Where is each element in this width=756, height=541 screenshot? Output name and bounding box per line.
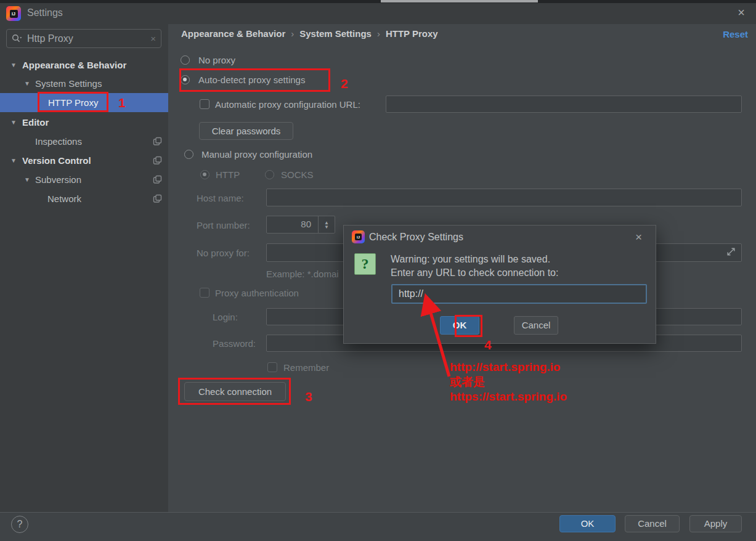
annotation-note-line2: 或者是 [450, 375, 567, 389]
breadcrumb-system-settings[interactable]: System Settings [299, 28, 372, 39]
expand-arrow-icon[interactable]: ▼ [10, 55, 17, 75]
sidebar-item-label: Editor [22, 113, 49, 132]
manual-proxy-radio[interactable] [184, 150, 193, 159]
annotation-note-line1: http://start.spring.io [450, 360, 567, 375]
sidebar-item-http-proxy[interactable]: HTTP Proxy [0, 93, 168, 112]
auto-config-url-label[interactable]: Automatic proxy configuration URL: [215, 99, 360, 110]
http-label: HTTP [216, 169, 240, 180]
expand-arrow-icon[interactable]: ▼ [10, 151, 17, 170]
no-proxy-label[interactable]: No proxy [198, 55, 235, 65]
login-label: Login: [213, 312, 238, 322]
sidebar-item-subversion[interactable]: ▼ Subversion [0, 170, 168, 189]
sidebar-item-editor[interactable]: ▼ Editor [0, 113, 168, 132]
search-value: Http Proxy [27, 33, 150, 44]
window-title: Settings [27, 7, 63, 18]
titlebar: IJ Settings × [0, 3, 756, 24]
socks-label: SOCKS [281, 169, 314, 180]
port-value: 80 [301, 219, 311, 229]
annotation-note-line3: https://start.spring.io [450, 389, 567, 404]
breadcrumb-separator: › [285, 28, 299, 39]
check-proxy-dialog: IJ Check Proxy Settings × ? Warning: you… [343, 225, 656, 344]
sidebar-item-label: System Settings [35, 74, 102, 93]
password-label: Password: [213, 338, 256, 349]
search-icon [12, 34, 22, 43]
auto-detect-radio[interactable] [181, 75, 190, 84]
sidebar-item-version-control[interactable]: ▼ Version Control [0, 151, 168, 170]
sidebar-item-label: Version Control [22, 151, 91, 170]
sidebar-item-inspections[interactable]: Inspections [0, 132, 168, 151]
manual-proxy-label[interactable]: Manual proxy configuration [201, 149, 312, 160]
auto-config-url-field[interactable] [386, 96, 742, 113]
stepper-down-icon: ▼ [324, 225, 329, 229]
dialog-cancel-button[interactable]: Cancel [514, 316, 558, 335]
intellij-logo-icon: IJ [352, 230, 365, 243]
host-name-field [266, 189, 742, 206]
remember-checkbox [267, 362, 277, 372]
sidebar-item-label: Appearance & Behavior [22, 55, 126, 75]
sidebar-item-label: Inspections [35, 132, 82, 151]
sidebar-item-appearance-behavior[interactable]: ▼ Appearance & Behavior [0, 55, 168, 75]
warning-line2: Enter any URL to check connection to: [391, 266, 558, 280]
annotation-step-2: 2 [341, 76, 348, 91]
check-connection-button[interactable]: Check connection [184, 382, 286, 401]
sidebar-item-label: HTTP Proxy [48, 93, 98, 112]
annotation-note: http://start.spring.io 或者是 https://start… [450, 360, 567, 404]
expand-arrow-icon[interactable]: ▼ [10, 113, 17, 132]
apply-button[interactable]: Apply [689, 515, 742, 532]
no-proxy-radio[interactable] [181, 55, 190, 65]
port-number-label: Port number: [197, 220, 250, 230]
cancel-button[interactable]: Cancel [625, 515, 680, 532]
dialog-close-icon[interactable]: × [635, 230, 642, 244]
ok-button[interactable]: OK [559, 515, 616, 532]
desktop-edge-highlight [381, 0, 538, 2]
auto-detect-label[interactable]: Auto-detect proxy settings [198, 75, 305, 85]
clear-search-icon[interactable]: × [150, 33, 156, 44]
question-icon: ? [354, 253, 376, 275]
http-radio [200, 170, 209, 179]
footer-bar: ? OK Cancel Apply [0, 513, 756, 541]
url-input[interactable]: http:// [391, 284, 647, 304]
port-number-field: 80 ▲ ▼ [266, 216, 335, 234]
help-icon[interactable]: ? [11, 516, 28, 533]
warning-line1: Warning: your settings will be saved. [391, 253, 558, 266]
search-match-icon [153, 175, 162, 184]
clear-passwords-button[interactable]: Clear passwords [199, 122, 293, 140]
socks-radio [265, 170, 274, 179]
dialog-warning-text: Warning: your settings will be saved. En… [391, 253, 558, 280]
breadcrumb: Appearance & Behavior›System Settings›HT… [181, 28, 438, 39]
auto-config-url-checkbox[interactable] [200, 99, 209, 109]
remember-label: Remember [283, 362, 329, 373]
search-input[interactable]: Http Proxy × [6, 29, 161, 48]
proxy-auth-checkbox [200, 288, 209, 298]
settings-window: IJ Settings × Http Proxy × ▼ Appearance … [0, 0, 756, 541]
breadcrumb-appearance-behavior[interactable]: Appearance & Behavior [181, 28, 285, 39]
breadcrumb-separator: › [372, 28, 386, 39]
annotation-step-3: 3 [305, 389, 312, 404]
reset-link[interactable]: Reset [723, 29, 748, 39]
no-proxy-for-label: No proxy for: [197, 248, 250, 258]
sidebar-item-label: Subversion [35, 170, 81, 189]
no-proxy-example-text: Example: *.domai [266, 269, 339, 279]
host-name-label: Host name: [197, 193, 244, 203]
sidebar-item-system-settings[interactable]: ▼ System Settings [0, 74, 168, 93]
expand-arrow-icon[interactable]: ▼ [24, 170, 30, 189]
intellij-logo-icon: IJ [6, 6, 21, 21]
search-match-icon [153, 137, 162, 146]
sidebar-item-label: Network [47, 189, 81, 208]
dialog-ok-button[interactable]: OK [440, 316, 479, 335]
search-match-icon [153, 156, 162, 165]
expand-arrow-icon[interactable]: ▼ [24, 74, 30, 93]
search-match-icon [153, 194, 162, 203]
window-close-icon[interactable]: × [738, 6, 745, 20]
port-stepper: ▲ ▼ [318, 216, 335, 233]
dialog-title: Check Proxy Settings [369, 232, 463, 243]
sidebar-item-network[interactable]: Network [0, 189, 168, 208]
proxy-auth-label: Proxy authentication [215, 288, 299, 298]
breadcrumb-http-proxy: HTTP Proxy [386, 28, 438, 39]
settings-sidebar: Http Proxy × ▼ Appearance & Behavior ▼ S… [0, 24, 168, 513]
expand-field-icon[interactable] [726, 246, 736, 257]
